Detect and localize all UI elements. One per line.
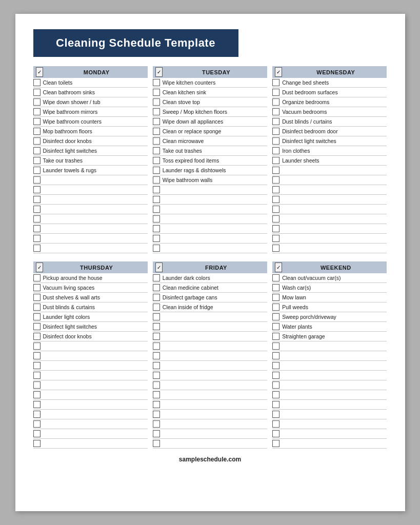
checkbox[interactable] xyxy=(33,79,41,86)
checkbox[interactable] xyxy=(272,342,279,350)
checkbox[interactable] xyxy=(272,352,279,359)
checkbox[interactable] xyxy=(33,313,41,320)
checkbox[interactable] xyxy=(153,147,160,154)
checkbox[interactable] xyxy=(33,342,41,350)
checkbox[interactable] xyxy=(33,245,41,252)
checkbox[interactable] xyxy=(153,128,160,135)
checkbox[interactable] xyxy=(33,225,41,232)
checkbox[interactable] xyxy=(272,440,279,447)
checkbox[interactable] xyxy=(33,391,41,398)
checkbox[interactable] xyxy=(33,186,41,193)
checkbox[interactable] xyxy=(153,274,160,281)
checkbox[interactable] xyxy=(33,206,41,213)
checkbox[interactable] xyxy=(33,401,41,408)
checkbox[interactable] xyxy=(153,284,160,291)
checkbox[interactable] xyxy=(153,118,160,125)
checkbox[interactable] xyxy=(33,235,41,242)
checkbox[interactable] xyxy=(33,196,41,203)
checkbox[interactable] xyxy=(272,176,279,184)
checkbox[interactable] xyxy=(33,381,41,389)
checkbox[interactable] xyxy=(153,342,160,350)
checkbox[interactable] xyxy=(272,167,279,174)
checkbox[interactable] xyxy=(272,294,279,301)
checkbox[interactable] xyxy=(153,391,160,398)
checkbox[interactable] xyxy=(153,440,160,447)
checkbox[interactable] xyxy=(153,186,160,193)
checkbox[interactable] xyxy=(272,362,279,369)
checkbox[interactable] xyxy=(33,118,41,125)
checkbox[interactable] xyxy=(272,118,279,125)
checkbox[interactable] xyxy=(272,304,279,311)
checkbox[interactable] xyxy=(272,372,279,379)
checkbox[interactable] xyxy=(153,245,160,252)
checkbox[interactable] xyxy=(153,215,160,223)
checkbox[interactable] xyxy=(272,147,279,154)
checkbox[interactable] xyxy=(33,420,41,428)
checkbox[interactable] xyxy=(272,401,279,408)
checkbox[interactable] xyxy=(33,372,41,379)
checkbox[interactable] xyxy=(272,215,279,223)
checkbox[interactable] xyxy=(33,176,41,184)
checkbox[interactable] xyxy=(153,196,160,203)
checkbox[interactable] xyxy=(33,304,41,311)
tuesday-check[interactable]: ✓ xyxy=(155,67,163,77)
checkbox[interactable] xyxy=(153,372,160,379)
wednesday-check[interactable]: ✓ xyxy=(275,67,282,77)
checkbox[interactable] xyxy=(153,235,160,242)
checkbox[interactable] xyxy=(272,245,279,252)
checkbox[interactable] xyxy=(153,167,160,174)
checkbox[interactable] xyxy=(153,411,160,418)
checkbox[interactable] xyxy=(272,108,279,115)
checkbox[interactable] xyxy=(153,313,160,320)
checkbox[interactable] xyxy=(33,294,41,301)
checkbox[interactable] xyxy=(153,176,160,184)
checkbox[interactable] xyxy=(272,313,279,320)
checkbox[interactable] xyxy=(33,147,41,154)
checkbox[interactable] xyxy=(272,206,279,213)
checkbox[interactable] xyxy=(33,352,41,359)
checkbox[interactable] xyxy=(33,215,41,223)
checkbox[interactable] xyxy=(33,108,41,115)
checkbox[interactable] xyxy=(153,323,160,330)
checkbox[interactable] xyxy=(153,89,160,96)
checkbox[interactable] xyxy=(272,98,279,106)
checkbox[interactable] xyxy=(153,108,160,115)
friday-check[interactable]: ✓ xyxy=(155,262,163,272)
checkbox[interactable] xyxy=(33,362,41,369)
checkbox[interactable] xyxy=(153,79,160,86)
checkbox[interactable] xyxy=(272,323,279,330)
checkbox[interactable] xyxy=(272,128,279,135)
checkbox[interactable] xyxy=(33,430,41,437)
checkbox[interactable] xyxy=(272,274,279,281)
checkbox[interactable] xyxy=(272,391,279,398)
checkbox[interactable] xyxy=(33,167,41,174)
checkbox[interactable] xyxy=(272,420,279,428)
checkbox[interactable] xyxy=(153,225,160,232)
checkbox[interactable] xyxy=(33,157,41,164)
checkbox[interactable] xyxy=(272,333,279,340)
checkbox[interactable] xyxy=(33,323,41,330)
checkbox[interactable] xyxy=(153,420,160,428)
checkbox[interactable] xyxy=(153,157,160,164)
checkbox[interactable] xyxy=(272,381,279,389)
checkbox[interactable] xyxy=(272,89,279,96)
checkbox[interactable] xyxy=(153,362,160,369)
checkbox[interactable] xyxy=(153,333,160,340)
checkbox[interactable] xyxy=(153,381,160,389)
monday-check[interactable]: ✓ xyxy=(36,67,43,77)
checkbox[interactable] xyxy=(33,98,41,106)
checkbox[interactable] xyxy=(33,89,41,96)
checkbox[interactable] xyxy=(153,137,160,145)
checkbox[interactable] xyxy=(272,157,279,164)
checkbox[interactable] xyxy=(272,411,279,418)
checkbox[interactable] xyxy=(33,440,41,447)
checkbox[interactable] xyxy=(153,304,160,311)
checkbox[interactable] xyxy=(272,79,279,86)
checkbox[interactable] xyxy=(153,98,160,106)
checkbox[interactable] xyxy=(33,284,41,291)
checkbox[interactable] xyxy=(33,274,41,281)
thursday-check[interactable]: ✓ xyxy=(36,262,43,272)
checkbox[interactable] xyxy=(272,186,279,193)
weekend-check[interactable]: ✓ xyxy=(275,262,282,272)
checkbox[interactable] xyxy=(153,430,160,437)
